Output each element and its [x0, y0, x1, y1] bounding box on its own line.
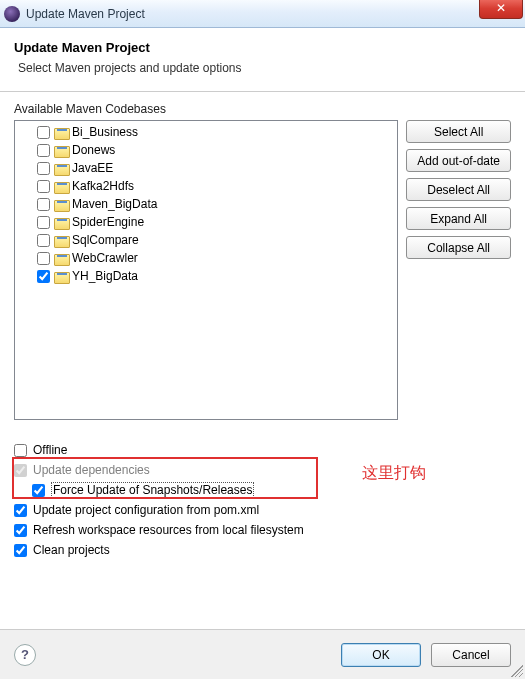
- tree-item[interactable]: SpiderEngine: [19, 213, 393, 231]
- update-config-option[interactable]: Update project configuration from pom.xm…: [14, 500, 511, 520]
- tree-item-checkbox[interactable]: [37, 234, 50, 247]
- tree-item[interactable]: SqlCompare: [19, 231, 393, 249]
- deselect-all-button[interactable]: Deselect All: [406, 178, 511, 201]
- collapse-all-button[interactable]: Collapse All: [406, 236, 511, 259]
- clean-checkbox[interactable]: [14, 544, 27, 557]
- tree-item-label: SqlCompare: [72, 233, 139, 247]
- window-title: Update Maven Project: [26, 7, 145, 21]
- tree-item[interactable]: Maven_BigData: [19, 195, 393, 213]
- tree-item[interactable]: JavaEE: [19, 159, 393, 177]
- tree-item-label: Maven_BigData: [72, 197, 157, 211]
- tree-item-label: SpiderEngine: [72, 215, 144, 229]
- tree-item-label: Kafka2Hdfs: [72, 179, 134, 193]
- close-icon: ✕: [496, 1, 506, 15]
- update-deps-label: Update dependencies: [33, 463, 150, 477]
- update-deps-option: Update dependencies: [14, 460, 511, 480]
- tree-item[interactable]: Donews: [19, 141, 393, 159]
- folder-icon: [54, 180, 68, 192]
- tree-item-label: JavaEE: [72, 161, 113, 175]
- help-icon: ?: [21, 647, 29, 662]
- refresh-ws-label: Refresh workspace resources from local f…: [33, 523, 304, 537]
- help-button[interactable]: ?: [14, 644, 36, 666]
- folder-icon: [54, 162, 68, 174]
- options-group: Offline Update dependencies Force Update…: [14, 440, 511, 560]
- folder-icon: [54, 234, 68, 246]
- tree-item-checkbox[interactable]: [37, 126, 50, 139]
- update-deps-checkbox: [14, 464, 27, 477]
- tree-item[interactable]: WebCrawler: [19, 249, 393, 267]
- resize-grip[interactable]: [511, 665, 523, 677]
- tree-item-label: YH_BigData: [72, 269, 138, 283]
- project-tree[interactable]: Bi_BusinessDonewsJavaEEKafka2HdfsMaven_B…: [14, 120, 398, 420]
- close-button[interactable]: ✕: [479, 0, 523, 19]
- offline-option[interactable]: Offline: [14, 440, 511, 460]
- tree-item-checkbox[interactable]: [37, 144, 50, 157]
- tree-item-checkbox[interactable]: [37, 162, 50, 175]
- force-update-checkbox[interactable]: [32, 484, 45, 497]
- folder-icon: [54, 144, 68, 156]
- tree-item-checkbox[interactable]: [37, 216, 50, 229]
- eclipse-icon: [4, 6, 20, 22]
- tree-label: Available Maven Codebases: [14, 102, 511, 116]
- clean-option[interactable]: Clean projects: [14, 540, 511, 560]
- expand-all-button[interactable]: Expand All: [406, 207, 511, 230]
- tree-item-checkbox[interactable]: [37, 270, 50, 283]
- offline-label: Offline: [33, 443, 67, 457]
- content-area: Available Maven Codebases Bi_BusinessDon…: [0, 92, 525, 560]
- clean-label: Clean projects: [33, 543, 110, 557]
- force-update-option[interactable]: Force Update of Snapshots/Releases: [14, 480, 511, 500]
- refresh-ws-checkbox[interactable]: [14, 524, 27, 537]
- tree-item-label: Donews: [72, 143, 115, 157]
- tree-item-checkbox[interactable]: [37, 198, 50, 211]
- folder-icon: [54, 126, 68, 138]
- offline-checkbox[interactable]: [14, 444, 27, 457]
- cancel-button[interactable]: Cancel: [431, 643, 511, 667]
- tree-item-checkbox[interactable]: [37, 252, 50, 265]
- add-out-of-date-button[interactable]: Add out-of-date: [406, 149, 511, 172]
- page-subtitle: Select Maven projects and update options: [18, 61, 511, 75]
- page-title: Update Maven Project: [14, 40, 511, 55]
- ok-button[interactable]: OK: [341, 643, 421, 667]
- folder-icon: [54, 252, 68, 264]
- force-update-label: Force Update of Snapshots/Releases: [51, 482, 254, 498]
- tree-button-column: Select All Add out-of-date Deselect All …: [406, 120, 511, 259]
- tree-item-label: Bi_Business: [72, 125, 138, 139]
- update-config-label: Update project configuration from pom.xm…: [33, 503, 259, 517]
- tree-item-checkbox[interactable]: [37, 180, 50, 193]
- annotation-text: 这里打钩: [362, 463, 426, 484]
- dialog-footer: ? OK Cancel: [0, 629, 525, 679]
- update-config-checkbox[interactable]: [14, 504, 27, 517]
- select-all-button[interactable]: Select All: [406, 120, 511, 143]
- refresh-ws-option[interactable]: Refresh workspace resources from local f…: [14, 520, 511, 540]
- folder-icon: [54, 270, 68, 282]
- folder-icon: [54, 198, 68, 210]
- tree-item[interactable]: Bi_Business: [19, 123, 393, 141]
- tree-item[interactable]: YH_BigData: [19, 267, 393, 285]
- titlebar: Update Maven Project ✕: [0, 0, 525, 28]
- tree-item[interactable]: Kafka2Hdfs: [19, 177, 393, 195]
- dialog-header: Update Maven Project Select Maven projec…: [0, 28, 525, 92]
- tree-item-label: WebCrawler: [72, 251, 138, 265]
- folder-icon: [54, 216, 68, 228]
